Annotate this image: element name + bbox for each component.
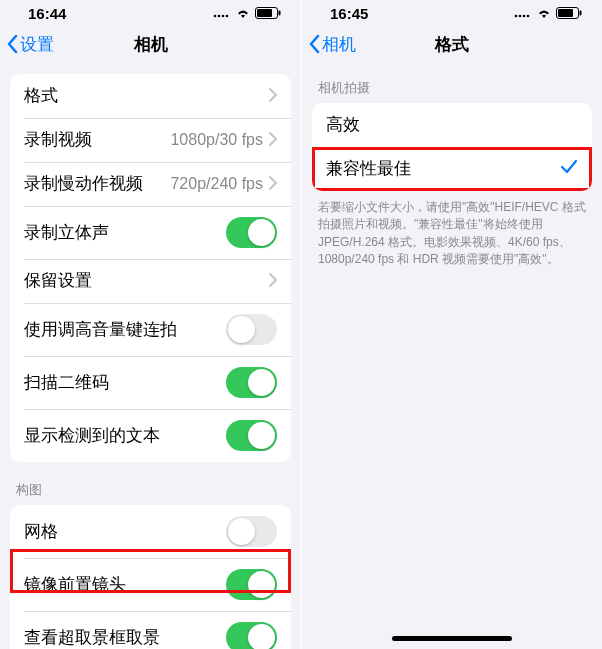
row-label: 网格 — [24, 521, 226, 543]
row-label: 保留设置 — [24, 270, 269, 292]
svg-point-1 — [218, 15, 221, 18]
svg-rect-12 — [558, 9, 573, 17]
row-detail: 720p/240 fps — [170, 175, 263, 193]
status-time: 16:45 — [330, 5, 368, 22]
group-composition: 网格 镜像前置镜头 查看超取景框取景 — [10, 505, 291, 649]
group-main: 格式 录制视频 1080p/30 fps 录制慢动作视频 720p/240 fp… — [10, 74, 291, 462]
svg-rect-13 — [580, 11, 582, 16]
checkmark-icon — [560, 159, 578, 179]
svg-rect-5 — [257, 9, 272, 17]
wifi-icon — [235, 7, 251, 19]
row-view-outside: 查看超取景框取景 — [10, 611, 291, 649]
status-time: 16:44 — [28, 5, 66, 22]
cell-dots-icon — [213, 8, 231, 18]
nav-bar: 相机 格式 — [302, 22, 602, 66]
svg-point-8 — [519, 15, 522, 18]
back-label: 相机 — [322, 33, 356, 56]
row-preserve[interactable]: 保留设置 — [10, 259, 291, 303]
row-label: 录制立体声 — [24, 222, 226, 244]
row-label: 格式 — [24, 85, 269, 107]
toggle-volume-burst[interactable] — [226, 314, 277, 345]
toggle-stereo[interactable] — [226, 217, 277, 248]
row-record-slomo[interactable]: 录制慢动作视频 720p/240 fps — [10, 162, 291, 206]
chevron-left-icon — [6, 34, 18, 54]
svg-point-0 — [214, 15, 217, 18]
row-scan-qr: 扫描二维码 — [10, 356, 291, 409]
svg-point-9 — [523, 15, 526, 18]
cell-dots-icon — [514, 8, 532, 18]
row-label: 显示检测到的文本 — [24, 425, 226, 447]
section-head-composition: 构图 — [0, 462, 301, 505]
svg-rect-6 — [279, 11, 281, 16]
svg-point-7 — [515, 15, 518, 18]
wifi-icon — [536, 7, 552, 19]
back-button[interactable]: 设置 — [6, 33, 54, 56]
row-label: 兼容性最佳 — [326, 158, 560, 180]
row-stereo: 录制立体声 — [10, 206, 291, 259]
row-label: 查看超取景框取景 — [24, 627, 226, 649]
svg-point-2 — [222, 15, 225, 18]
status-bar: 16:45 — [302, 0, 602, 22]
home-indicator[interactable] — [392, 636, 512, 641]
back-button[interactable]: 相机 — [308, 33, 356, 56]
back-label: 设置 — [20, 33, 54, 56]
row-label: 镜像前置镜头 — [24, 574, 226, 596]
toggle-grid[interactable] — [226, 516, 277, 547]
row-grid: 网格 — [10, 505, 291, 558]
row-label: 录制慢动作视频 — [24, 173, 170, 195]
camera-settings-screen: 16:44 设置 相机 格式 — [0, 0, 301, 649]
formats-screen: 16:45 相机 格式 相机拍摄 高效 兼容性最佳 — [301, 0, 602, 649]
row-detail: 1080p/30 fps — [170, 131, 263, 149]
row-label: 使用调高音量键连拍 — [24, 319, 226, 341]
battery-icon — [255, 7, 281, 19]
svg-point-3 — [226, 15, 229, 18]
row-high-efficiency[interactable]: 高效 — [312, 103, 592, 147]
chevron-right-icon — [269, 87, 277, 106]
toggle-detected-text[interactable] — [226, 420, 277, 451]
row-label: 录制视频 — [24, 129, 170, 151]
chevron-right-icon — [269, 272, 277, 291]
toggle-mirror-front[interactable] — [226, 569, 277, 600]
row-most-compatible[interactable]: 兼容性最佳 — [312, 147, 592, 191]
toggle-scan-qr[interactable] — [226, 367, 277, 398]
row-label: 高效 — [326, 114, 578, 136]
section-head-capture: 相机拍摄 — [302, 66, 602, 103]
row-record-video[interactable]: 录制视频 1080p/30 fps — [10, 118, 291, 162]
chevron-right-icon — [269, 175, 277, 194]
chevron-left-icon — [308, 34, 320, 54]
row-detected-text: 显示检测到的文本 — [10, 409, 291, 462]
svg-point-10 — [527, 15, 530, 18]
group-format-options: 高效 兼容性最佳 — [312, 103, 592, 191]
row-formats[interactable]: 格式 — [10, 74, 291, 118]
chevron-right-icon — [269, 131, 277, 150]
row-label: 扫描二维码 — [24, 372, 226, 394]
status-bar: 16:44 — [0, 0, 301, 22]
page-title: 相机 — [134, 33, 168, 56]
battery-icon — [556, 7, 582, 19]
footer-format: 若要缩小文件大小，请使用"高效"HEIF/HEVC 格式拍摄照片和视频。"兼容性… — [302, 191, 602, 269]
row-mirror-front: 镜像前置镜头 — [10, 558, 291, 611]
toggle-view-outside[interactable] — [226, 622, 277, 649]
page-title: 格式 — [435, 33, 469, 56]
row-volume-burst: 使用调高音量键连拍 — [10, 303, 291, 356]
nav-bar: 设置 相机 — [0, 22, 301, 66]
